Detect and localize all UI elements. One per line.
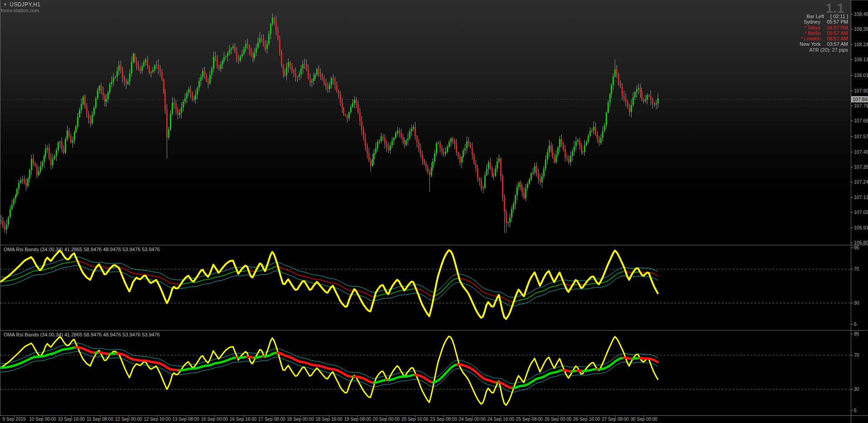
time-axis-label: 26 Sep 00:00	[545, 417, 572, 422]
clock-row: Bar Left[ 02:11 ]	[792, 14, 848, 19]
chart-canvas[interactable]	[0, 0, 868, 423]
indicator-scale-label: 95	[854, 331, 859, 336]
indicator-scale-label: 30	[854, 300, 859, 306]
time-axis-label: 17 Sep 08:00	[258, 417, 285, 422]
time-axis[interactable]: 9 Sep 201910 Sep 00:0010 Sep 16:0011 Sep…	[0, 416, 851, 423]
clock-row: Sydney05:57 PM	[792, 19, 848, 24]
indicator-scale-label: 95	[854, 245, 859, 250]
time-axis-label: 24 Sep 00:00	[458, 417, 486, 422]
clock-time-value: 09:57 AM	[827, 30, 848, 36]
time-axis-label: 9 Sep 2019	[2, 417, 25, 422]
indicator-scale-label: 5	[854, 321, 857, 327]
time-axis-label: 10 Sep 00:00	[29, 417, 56, 422]
price-axis-label: 107.685	[854, 118, 868, 123]
price-axis-label: 108.240	[854, 42, 868, 47]
axis-separator	[851, 0, 851, 423]
time-axis-label: 11 Sep 08:00	[87, 417, 113, 422]
mt4-chart-window: ▼USDJPY,H1 forex-station.com 1.1 Bar Lef…	[0, 0, 868, 423]
time-axis-label: 12 Sep 00:00	[115, 417, 142, 422]
indicator-2-title: OMA Rsi Bands (34.00,34) 41.2865 58.9476…	[4, 332, 160, 337]
time-axis-label: 25 Sep 08:00	[516, 417, 543, 422]
pane-separator-1[interactable]	[0, 245, 868, 245]
clock-row: * London08:57 AM	[792, 36, 848, 41]
price-axis-label: 107.460	[854, 149, 868, 155]
indicator-scale-label: 70	[854, 266, 859, 272]
price-axis-label: 107.240	[854, 179, 868, 185]
clock-time-value: 04:57 PM	[827, 25, 848, 30]
price-axis-label: 108.130	[854, 57, 868, 62]
symbol-selector[interactable]: ▼USDJPY,H1	[3, 1, 40, 8]
price-axis-label: 107.350	[854, 164, 868, 170]
price-axis-label: 108.015	[854, 73, 868, 78]
indicator-1-title: OMA Rsi Bands (34.00,34) 41.2865 58.9476…	[4, 247, 160, 252]
clock-time-value: 08:57 AM	[827, 36, 848, 41]
clock-city-label: New York	[793, 41, 821, 47]
clock-row: New York03:57 AM	[792, 41, 848, 47]
time-axis-label: 16 Sep 16:00	[230, 417, 257, 422]
clock-city-label: * Tokyo	[792, 25, 820, 30]
indicator-scale-label: 30	[854, 386, 859, 392]
time-axis-label: 24 Sep 16:00	[487, 417, 515, 422]
time-axis-label: 27 Sep 08:00	[602, 417, 629, 422]
current-price-tag: 107.842	[851, 96, 868, 102]
clock-time-value: 03:57 AM	[827, 41, 848, 47]
time-axis-label: 18 Sep 16:00	[315, 417, 342, 422]
time-axis-label: 26 Sep 16:00	[573, 417, 600, 422]
clock-city-label: Bar Left	[796, 14, 824, 19]
time-axis-label: 19 Sep 08:00	[344, 417, 371, 422]
time-axis-label: 13 Sep 08:00	[172, 417, 199, 422]
price-axis-label: 107.795	[854, 103, 868, 108]
indicator-scale-label: 70	[854, 352, 859, 358]
watermark-site: forex-station.com	[1, 8, 39, 13]
price-axis-label: 106.910	[854, 225, 868, 230]
time-axis-label: 10 Sep 16:00	[58, 417, 85, 422]
price-axis-label: 108.460	[854, 11, 868, 17]
price-axis-label: 107.020	[854, 209, 868, 215]
time-axis-label: 18 Sep 00:00	[287, 417, 314, 422]
market-clock-panel: Bar Left[ 02:11 ]Sydney05:57 PM* Tokyo04…	[792, 14, 848, 53]
time-axis-label: 12 Sep 16:00	[144, 417, 171, 422]
clock-city-label: * London	[793, 36, 821, 41]
clock-city-label: Sydney	[792, 19, 820, 24]
time-axis-separator	[0, 415, 868, 416]
clock-time-value: [ 02:11 ]	[830, 14, 848, 19]
price-axis-label: 107.905	[854, 88, 868, 93]
price-axis-label: 108.350	[854, 26, 868, 32]
clock-row: * Berlin09:57 AM	[792, 30, 848, 36]
price-axis-label: 107.570	[854, 134, 868, 139]
clock-rows: Bar Left[ 02:11 ]Sydney05:57 PM* Tokyo04…	[792, 14, 848, 47]
time-axis-label: 20 Sep 16:00	[401, 417, 429, 422]
clock-row: * Tokyo04:57 PM	[792, 25, 848, 30]
symbol-dropdown-icon[interactable]: ▼	[3, 2, 7, 7]
price-axis-label: 107.130	[854, 194, 868, 200]
clock-city-label: * Berlin	[793, 30, 821, 36]
indicator-scale-label: 5	[854, 408, 857, 413]
atr-label: ATR (20): 27 pips	[792, 47, 848, 53]
symbol-label: USDJPY,H1	[10, 1, 40, 8]
time-axis-label: 23 Sep 08:00	[430, 417, 457, 422]
time-axis-label: 16 Sep 00:00	[201, 417, 228, 422]
time-axis-label: 30 Sep 00:00	[631, 417, 658, 422]
time-axis-label: 20 Sep 00:00	[373, 417, 400, 422]
clock-time-value: 05:57 PM	[827, 19, 848, 24]
pane-separator-2[interactable]	[0, 330, 868, 331]
